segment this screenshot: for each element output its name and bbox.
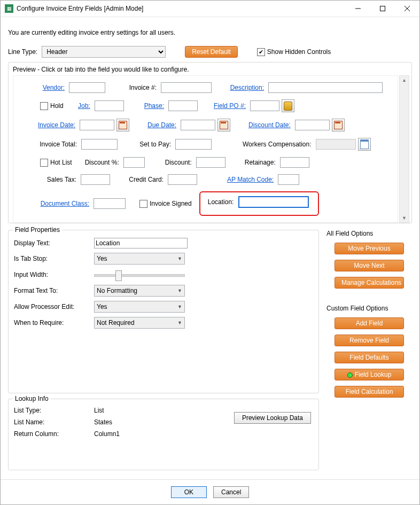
hold-checkbox[interactable]: Hold	[40, 102, 64, 110]
reset-default-button[interactable]: Reset Default	[185, 46, 238, 58]
input-width-slider[interactable]	[94, 269, 185, 281]
clipboard-icon	[360, 139, 369, 149]
format-text-value: No Formatting	[97, 287, 137, 294]
workers-comp-button[interactable]	[358, 138, 371, 151]
cancel-button[interactable]: Cancel	[213, 486, 249, 498]
slider-thumb[interactable]	[115, 270, 122, 281]
preview-lookup-data-button[interactable]: Preview Lookup Data	[234, 412, 311, 424]
field-calculation-button[interactable]: Field Calculation	[335, 386, 404, 398]
display-text-input[interactable]	[94, 238, 188, 248]
location-label: Location:	[208, 198, 234, 206]
allow-processor-edit-select[interactable]: Yes ▼	[94, 301, 185, 313]
maximize-icon	[380, 6, 385, 11]
when-to-require-value: Not Required	[97, 319, 135, 327]
allow-processor-edit-label: Allow Processor Edit:	[14, 303, 94, 310]
is-tab-stop-label: Is Tab Stop:	[14, 255, 94, 262]
discount-date-label[interactable]: Discount Date:	[248, 121, 291, 129]
document-class-label[interactable]: Document Class:	[17, 200, 89, 207]
format-text-label: Format Text To:	[14, 287, 94, 294]
maximize-button[interactable]	[370, 1, 395, 17]
checkbox-checked-icon: ✔	[257, 48, 265, 56]
minimize-icon	[355, 6, 361, 11]
line-type-select[interactable]: Header	[42, 46, 166, 58]
field-properties-title: Field Properties	[13, 226, 62, 234]
checkbox-empty-icon	[139, 200, 147, 208]
is-tab-stop-value: Yes	[97, 255, 107, 262]
chevron-down-icon: ▼	[177, 288, 182, 293]
remove-field-button[interactable]: Remove Field	[335, 335, 404, 346]
invoice-total-input[interactable]	[81, 139, 118, 150]
discount-date-input[interactable]	[295, 120, 330, 130]
format-text-select[interactable]: No Formatting ▼	[94, 285, 185, 297]
discount-pct-label: Discount %:	[85, 159, 119, 166]
app-icon: ▦	[5, 4, 13, 13]
phase-label[interactable]: Phase:	[144, 102, 164, 110]
due-date-label[interactable]: Due Date:	[147, 121, 176, 129]
return-column-label: Return Column:	[14, 430, 94, 438]
display-text-label: Display Text:	[14, 239, 94, 247]
invoice-signed-checkbox[interactable]: Invoice Signed	[139, 200, 192, 208]
location-input[interactable]	[239, 197, 308, 207]
credit-card-input[interactable]	[168, 174, 197, 185]
discount-date-picker-button[interactable]	[332, 119, 345, 131]
preview-scrollbar[interactable]: ▲ ▼	[399, 75, 409, 223]
is-tab-stop-select[interactable]: Yes ▼	[94, 253, 185, 265]
ap-match-code-input[interactable]	[278, 174, 299, 185]
scroll-down-icon: ▼	[400, 214, 409, 222]
add-field-button[interactable]: Add Field	[335, 317, 404, 329]
lookup-info-title: Lookup Info	[13, 395, 51, 402]
preview-instructions: Preview - Click or tab into the field yo…	[13, 66, 409, 73]
retainage-label: Retainage:	[245, 159, 276, 166]
checkbox-empty-icon	[40, 102, 48, 110]
chevron-down-icon: ▼	[177, 304, 182, 309]
show-hidden-controls-checkbox[interactable]: ✔ Show Hidden Controls	[257, 48, 331, 56]
calendar-icon	[334, 121, 343, 129]
description-input[interactable]	[268, 82, 383, 93]
ok-button[interactable]: OK	[171, 486, 207, 498]
vendor-input[interactable]	[69, 82, 105, 93]
chevron-down-icon: ▼	[177, 256, 182, 261]
svg-rect-0	[380, 6, 385, 11]
preview-body: Vendor: Invoice #: Description:	[13, 75, 398, 223]
field-lookup-button[interactable]: Field Lookup	[335, 369, 404, 380]
description-label[interactable]: Description:	[227, 84, 264, 91]
hot-list-checkbox[interactable]: Hot List	[40, 159, 72, 167]
manage-calculations-button[interactable]: Manage Calculations	[335, 277, 404, 289]
field-po-lookup-button[interactable]	[282, 99, 294, 112]
location-highlight: Location:	[199, 191, 320, 216]
scroll-up-icon: ▲	[400, 76, 409, 84]
field-defaults-button[interactable]: Field Defaults	[335, 352, 404, 363]
invoice-date-input[interactable]	[80, 120, 114, 130]
move-next-button[interactable]: Move Next	[335, 260, 404, 271]
move-previous-button[interactable]: Move Previous	[335, 243, 404, 254]
dialog-footer: OK Cancel	[1, 479, 419, 504]
invoice-date-picker-button[interactable]	[116, 119, 129, 131]
due-date-input[interactable]	[181, 120, 215, 130]
job-label[interactable]: Job:	[75, 102, 90, 110]
sales-tax-input[interactable]	[81, 174, 110, 185]
invoice-number-input[interactable]	[161, 82, 212, 93]
main-window: ▦ Configure Invoice Entry Fields [Admin …	[0, 0, 420, 505]
calendar-icon	[220, 121, 228, 129]
phase-input[interactable]	[168, 100, 198, 111]
discount-input[interactable]	[196, 157, 225, 168]
retainage-input[interactable]	[280, 157, 309, 168]
list-name-value: States	[94, 418, 112, 426]
discount-pct-input[interactable]	[123, 157, 145, 168]
field-po-input[interactable]	[250, 100, 279, 111]
set-to-pay-label: Set to Pay:	[138, 141, 171, 148]
due-date-picker-button[interactable]	[217, 119, 230, 131]
vendor-label[interactable]: Vendor:	[17, 84, 65, 91]
invoice-date-label[interactable]: Invoice Date:	[17, 121, 75, 129]
minimize-button[interactable]	[346, 1, 370, 17]
allow-processor-edit-value: Yes	[97, 303, 107, 310]
job-input[interactable]	[95, 100, 124, 111]
set-to-pay-input[interactable]	[175, 139, 212, 150]
when-to-require-label: When to Require:	[14, 319, 94, 327]
preview-section: Preview - Click or tab into the field yo…	[8, 62, 412, 223]
ap-match-code-label[interactable]: AP Match Code:	[227, 176, 274, 183]
close-button[interactable]	[395, 1, 419, 17]
when-to-require-select[interactable]: Not Required ▼	[94, 317, 185, 329]
document-class-input[interactable]	[94, 198, 126, 209]
field-po-label[interactable]: Field PO #:	[213, 102, 246, 110]
